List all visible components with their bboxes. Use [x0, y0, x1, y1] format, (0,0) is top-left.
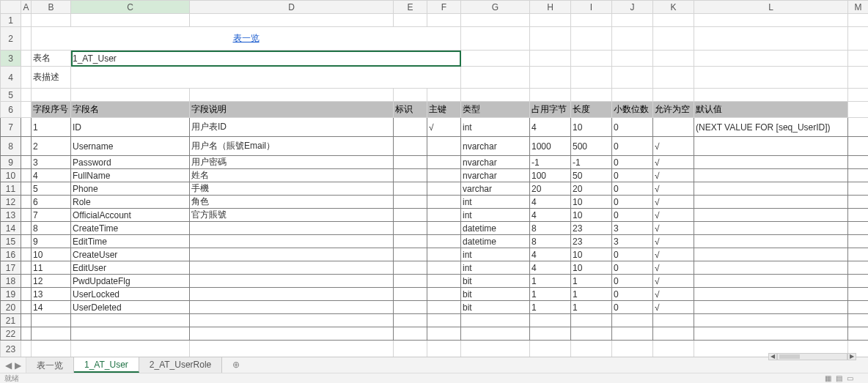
cell-null[interactable]: √: [653, 156, 694, 169]
cell-default[interactable]: [694, 156, 848, 169]
cell-default[interactable]: [694, 137, 848, 156]
cell-ident[interactable]: [394, 235, 427, 248]
cell-type[interactable]: datetime: [461, 235, 530, 248]
cell-ident[interactable]: [394, 261, 427, 275]
cell-null[interactable]: [653, 118, 694, 137]
cell-scale[interactable]: 0: [612, 209, 653, 222]
row-header-23[interactable]: 23: [1, 341, 21, 358]
empty-cell[interactable]: [612, 314, 653, 327]
cell-seq[interactable]: 12: [32, 275, 71, 288]
cell-ident[interactable]: [394, 288, 427, 301]
empty-cell[interactable]: [461, 327, 530, 341]
cell-desc[interactable]: [190, 288, 394, 301]
cell-default[interactable]: [694, 261, 848, 275]
cell-seq[interactable]: 13: [32, 288, 71, 301]
cell-type[interactable]: nvarchar: [461, 169, 530, 182]
row-header-14[interactable]: 14: [1, 222, 21, 235]
col-header-I[interactable]: I: [571, 1, 612, 14]
row-header-18[interactable]: 18: [1, 275, 21, 288]
cell-desc[interactable]: 用户名（賬號Email）: [190, 137, 394, 156]
cell-null[interactable]: √: [653, 222, 694, 235]
cell-null[interactable]: √: [653, 301, 694, 314]
cell-default[interactable]: [694, 275, 848, 288]
page-break-view-icon[interactable]: ▭: [847, 374, 853, 382]
cell-ident[interactable]: [394, 275, 427, 288]
cell-type[interactable]: int: [461, 248, 530, 261]
sheet-tab[interactable]: 1_AT_User: [74, 357, 139, 373]
cell-field[interactable]: FullName: [71, 169, 190, 182]
cell-ident[interactable]: [394, 169, 427, 182]
cell-seq[interactable]: 2: [32, 137, 71, 156]
col-header-K[interactable]: K: [653, 1, 694, 14]
cell-default[interactable]: [694, 182, 848, 196]
cell-seq[interactable]: 10: [32, 248, 71, 261]
col-header-F[interactable]: F: [427, 1, 461, 14]
col-header-L[interactable]: L: [694, 1, 848, 14]
row-header-20[interactable]: 20: [1, 301, 21, 314]
empty-cell[interactable]: [71, 327, 190, 341]
col-header-J[interactable]: J: [612, 1, 653, 14]
cell-bytes[interactable]: 4: [530, 209, 571, 222]
cell-len[interactable]: 1: [571, 288, 612, 301]
column-header-row[interactable]: A B C D E F G H I J K L M: [1, 1, 869, 14]
empty-cell[interactable]: [32, 314, 71, 327]
table-name-value[interactable]: 1_AT_User: [71, 51, 461, 67]
cell-field[interactable]: OfficialAccount: [71, 209, 190, 222]
cell-ident[interactable]: [394, 182, 427, 196]
row-header-16[interactable]: 16: [1, 248, 21, 261]
cell-field[interactable]: PwdUpdateFlg: [71, 275, 190, 288]
empty-cell[interactable]: [190, 327, 394, 341]
row-header-12[interactable]: 12: [1, 196, 21, 209]
empty-cell[interactable]: [571, 327, 612, 341]
row-header-13[interactable]: 13: [1, 209, 21, 222]
spreadsheet-grid[interactable]: A B C D E F G H I J K L M 12表一览3表名1_AT_U…: [0, 0, 868, 358]
cell-len[interactable]: 10: [571, 196, 612, 209]
cell-bytes[interactable]: 1: [530, 301, 571, 314]
cell-bytes[interactable]: 1: [530, 275, 571, 288]
cell-len[interactable]: 500: [571, 137, 612, 156]
row-header-4[interactable]: 4: [1, 67, 21, 89]
chevron-right-icon[interactable]: ▶: [15, 360, 21, 371]
cell-desc[interactable]: 手機: [190, 182, 394, 196]
cell-null[interactable]: √: [653, 288, 694, 301]
cell-pk[interactable]: [427, 222, 461, 235]
scroll-left-arrow[interactable]: ◀: [768, 353, 777, 360]
cell-len[interactable]: 20: [571, 182, 612, 196]
cell-seq[interactable]: 6: [32, 196, 71, 209]
cell-bytes[interactable]: 4: [530, 248, 571, 261]
cell-len[interactable]: 10: [571, 261, 612, 275]
empty-cell[interactable]: [32, 327, 71, 341]
view-icons[interactable]: ▦ ▤ ▭: [825, 374, 853, 382]
empty-cell[interactable]: [653, 314, 694, 327]
cell-field[interactable]: EditTime: [71, 235, 190, 248]
col-header-H[interactable]: H: [530, 1, 571, 14]
col-header-B[interactable]: B: [32, 1, 71, 14]
empty-cell[interactable]: [190, 314, 394, 327]
cell-pk[interactable]: [427, 301, 461, 314]
cell-desc[interactable]: 用户密碼: [190, 156, 394, 169]
cell-type[interactable]: bit: [461, 288, 530, 301]
normal-view-icon[interactable]: ▦: [825, 374, 831, 382]
empty-cell[interactable]: [394, 314, 427, 327]
empty-cell[interactable]: [612, 327, 653, 341]
cell-default[interactable]: [694, 301, 848, 314]
cell-len[interactable]: 10: [571, 248, 612, 261]
cell-bytes[interactable]: 1: [530, 288, 571, 301]
cell-default[interactable]: [694, 196, 848, 209]
cell-desc[interactable]: 姓名: [190, 169, 394, 182]
cell-null[interactable]: √: [653, 261, 694, 275]
cell-null[interactable]: √: [653, 235, 694, 248]
cell-pk[interactable]: [427, 248, 461, 261]
cell-type[interactable]: int: [461, 196, 530, 209]
cell-null[interactable]: √: [653, 196, 694, 209]
cell-null[interactable]: √: [653, 137, 694, 156]
sheet-tab[interactable]: 表一览: [26, 357, 74, 373]
cell-default[interactable]: [694, 288, 848, 301]
cell-seq[interactable]: 3: [32, 156, 71, 169]
cell-bytes[interactable]: 8: [530, 235, 571, 248]
cell-len[interactable]: 23: [571, 235, 612, 248]
scroll-track[interactable]: [777, 353, 847, 360]
empty-cell[interactable]: [653, 327, 694, 341]
cell-ident[interactable]: [394, 137, 427, 156]
cell-scale[interactable]: 0: [612, 301, 653, 314]
